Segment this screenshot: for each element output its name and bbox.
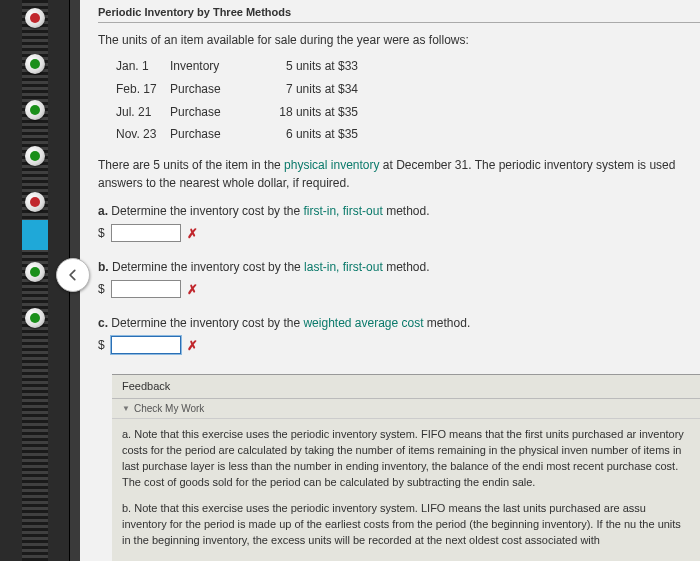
progress-node[interactable]	[25, 100, 45, 120]
content-panel: Periodic Inventory by Three Methods The …	[80, 0, 700, 561]
term-lifo: last-in, first-out	[304, 260, 383, 274]
transactions-table: Jan. 1 Inventory 5 units at $33 Feb. 17 …	[116, 55, 700, 146]
dollar-sign: $	[98, 226, 105, 240]
feedback-title: Feedback	[112, 375, 700, 399]
question-letter: a.	[98, 204, 108, 218]
check-my-work-toggle[interactable]: ▼ Check My Work	[112, 399, 700, 419]
trans-units: 7 units at $34	[248, 78, 358, 101]
question-pre: Determine the inventory cost by the	[112, 260, 304, 274]
trans-date: Feb. 17	[116, 78, 170, 101]
question-b: b. Determine the inventory cost by the l…	[98, 260, 700, 298]
term-physical-inventory: physical inventory	[284, 158, 379, 172]
answer-input-b[interactable]	[111, 280, 181, 298]
caret-down-icon: ▼	[122, 404, 130, 413]
trans-type: Purchase	[170, 101, 248, 124]
progress-node[interactable]	[25, 308, 45, 328]
question-post: method.	[383, 204, 430, 218]
trans-units: 18 units at $35	[248, 101, 358, 124]
dollar-sign: $	[98, 338, 105, 352]
wrong-icon: ✗	[187, 282, 198, 297]
question-post: method.	[383, 260, 430, 274]
intro-text: The units of an item available for sale …	[98, 33, 700, 47]
trans-date: Jan. 1	[116, 55, 170, 78]
trans-units: 6 units at $35	[248, 123, 358, 146]
chevron-left-icon	[66, 268, 80, 282]
question-pre: Determine the inventory cost by the	[111, 204, 303, 218]
answer-input-c[interactable]	[111, 336, 181, 354]
question-c: c. Determine the inventory cost by the w…	[98, 316, 700, 354]
back-button[interactable]	[56, 258, 90, 292]
table-row: Nov. 23 Purchase 6 units at $35	[116, 123, 700, 146]
page-title: Periodic Inventory by Three Methods	[98, 6, 700, 23]
note-pre: There are 5 units of the item in the	[98, 158, 284, 172]
trans-type: Purchase	[170, 123, 248, 146]
trans-date: Nov. 23	[116, 123, 170, 146]
progress-rail-current	[22, 220, 48, 250]
question-a: a. Determine the inventory cost by the f…	[98, 204, 700, 242]
note-post: at December 31. The periodic inventory s…	[380, 158, 676, 172]
table-row: Feb. 17 Purchase 7 units at $34	[116, 78, 700, 101]
feedback-panel: Feedback ▼ Check My Work a. Note that th…	[112, 374, 700, 561]
note-line2: answers to the nearest whole dollar, if …	[98, 176, 349, 190]
trans-units: 5 units at $33	[248, 55, 358, 78]
feedback-body: a. Note that this exercise uses the peri…	[112, 419, 700, 561]
check-my-work-label: Check My Work	[134, 403, 204, 414]
trans-type: Inventory	[170, 55, 248, 78]
question-b-label: b. Determine the inventory cost by the l…	[98, 260, 700, 274]
progress-node[interactable]	[25, 146, 45, 166]
progress-node[interactable]	[25, 54, 45, 74]
question-letter: b.	[98, 260, 109, 274]
trans-date: Jul. 21	[116, 101, 170, 124]
question-a-label: a. Determine the inventory cost by the f…	[98, 204, 700, 218]
table-row: Jul. 21 Purchase 18 units at $35	[116, 101, 700, 124]
progress-node[interactable]	[25, 192, 45, 212]
question-post: method.	[424, 316, 471, 330]
question-letter: c.	[98, 316, 108, 330]
feedback-a: a. Note that this exercise uses the peri…	[122, 427, 690, 491]
note-text: There are 5 units of the item in the phy…	[98, 156, 700, 192]
progress-node[interactable]	[25, 262, 45, 282]
wrong-icon: ✗	[187, 338, 198, 353]
term-fifo: first-in, first-out	[303, 204, 382, 218]
term-weighted-avg: weighted average cost	[303, 316, 423, 330]
answer-input-a[interactable]	[111, 224, 181, 242]
trans-type: Purchase	[170, 78, 248, 101]
question-pre: Determine the inventory cost by the	[111, 316, 303, 330]
question-c-label: c. Determine the inventory cost by the w…	[98, 316, 700, 330]
dollar-sign: $	[98, 282, 105, 296]
table-row: Jan. 1 Inventory 5 units at $33	[116, 55, 700, 78]
wrong-icon: ✗	[187, 226, 198, 241]
progress-node[interactable]	[25, 8, 45, 28]
feedback-b: b. Note that this exercise uses the peri…	[122, 501, 690, 549]
